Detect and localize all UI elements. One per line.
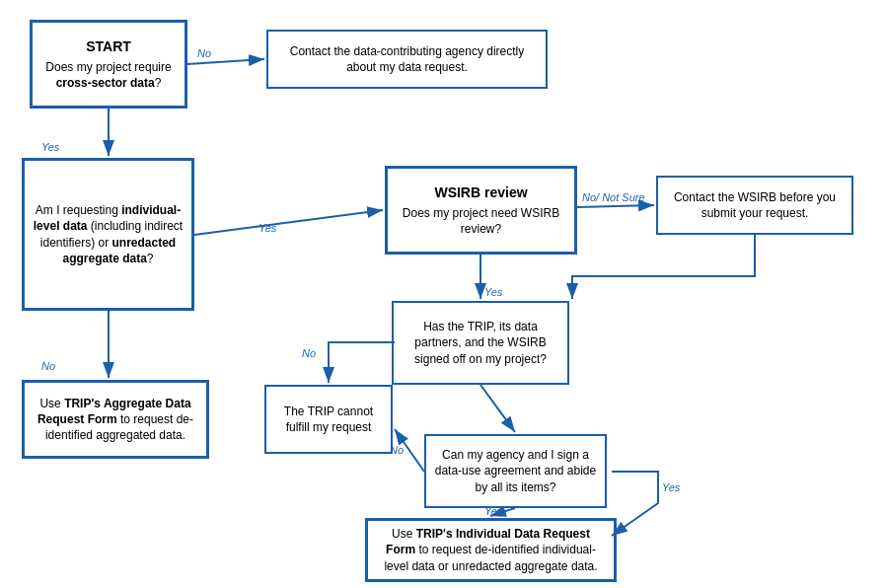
contact-agency-box: Contact the data-contributing agency dir… <box>266 30 548 89</box>
contact-wsirb-text: Contact the WSIRB before you submit your… <box>666 189 844 221</box>
flowchart: START Does my project require cross-sect… <box>0 0 885 588</box>
start-box: START Does my project require cross-sect… <box>30 20 187 109</box>
data-use-agreement-box: Can my agency and I sign a data-use agre… <box>424 434 607 508</box>
svg-line-3 <box>194 210 383 235</box>
wsirb-box: WSIRB review Does my project need WSIRB … <box>385 166 577 255</box>
wsirb-title: WSIRB review <box>434 184 527 202</box>
wsirb-text: Does my project need WSIRB review? <box>396 205 566 237</box>
cannot-fulfill-box: The TRIP cannot fulfill my request <box>264 385 393 454</box>
data-use-agreement-text: Can my agency and I sign a data-use agre… <box>434 447 597 495</box>
individual-level-text: Am I requesting individual-level data (i… <box>33 202 184 266</box>
start-title: START <box>86 37 131 56</box>
svg-line-1 <box>187 59 264 64</box>
label-yes1: Yes <box>41 141 59 153</box>
label-yes4: Yes <box>662 481 680 493</box>
label-no2: No <box>302 347 316 359</box>
cannot-fulfill-text: The TRIP cannot fulfill my request <box>274 404 383 435</box>
aggregate-form-box: Use TRIP's Aggregate Data Request Form t… <box>22 380 209 459</box>
label-yes2: Yes <box>258 222 276 234</box>
signed-off-text: Has the TRIP, its data partners, and the… <box>402 319 559 367</box>
label-no-individual: No <box>41 360 55 372</box>
label-no-not-sure: No/ Not Sure <box>582 191 645 203</box>
individual-level-box: Am I requesting individual-level data (i… <box>22 158 194 311</box>
label-yes3: Yes <box>484 286 502 298</box>
svg-line-4 <box>577 205 654 207</box>
contact-agency-text: Contact the data-contributing agency dir… <box>276 43 538 75</box>
individual-form-text: Use TRIP's Individual Data Request Form … <box>376 526 606 574</box>
label-no1: No <box>197 47 211 59</box>
contact-wsirb-box: Contact the WSIRB before you submit your… <box>656 176 853 235</box>
label-yes5: Yes <box>484 505 502 517</box>
label-no3: No <box>390 444 404 456</box>
aggregate-form-text: Use TRIP's Aggregate Data Request Form t… <box>33 396 198 444</box>
individual-form-box: Use TRIP's Individual Data Request Form … <box>365 518 617 582</box>
start-text: Does my project require cross-sector dat… <box>40 59 177 91</box>
svg-line-7 <box>480 385 515 432</box>
signed-off-box: Has the TRIP, its data partners, and the… <box>392 301 569 385</box>
